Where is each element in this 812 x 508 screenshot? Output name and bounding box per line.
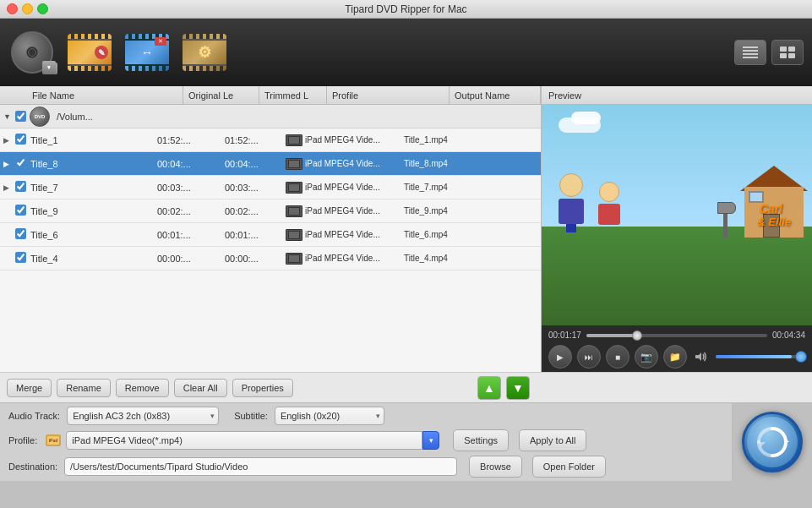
svg-rect-3: [743, 57, 758, 58]
maximize-button[interactable]: [37, 3, 48, 14]
settings-area: Audio Track: English AC3 2ch (0x83) Subt…: [0, 402, 732, 481]
close-button[interactable]: [7, 3, 18, 14]
destination-label: Destination:: [8, 462, 57, 472]
row-checkbox[interactable]: [15, 181, 26, 192]
row-checkbox[interactable]: [15, 228, 26, 239]
cell-profile: iPad MPEG4 Vide...: [305, 230, 398, 239]
preview-title: Preview: [548, 90, 581, 101]
row-checkbox[interactable]: [15, 205, 26, 216]
destination-input[interactable]: [64, 457, 457, 476]
svg-rect-4: [780, 46, 787, 52]
svg-text:iPad: iPad: [49, 438, 58, 443]
cell-trimmed: 01:52:...: [225, 135, 286, 145]
row-expand-icon[interactable]: ▶: [3, 160, 15, 168]
table-row[interactable]: Title_4 00:00:... 00:00:... iPad MPEG4 V…: [0, 247, 541, 270]
film-convert-button[interactable]: ⚙: [181, 29, 228, 76]
volume-thumb[interactable]: [795, 351, 807, 363]
cell-original: 00:01:...: [157, 230, 225, 240]
ellie-text: & Ellie: [757, 216, 791, 228]
clear-all-button[interactable]: Clear All: [174, 379, 227, 397]
root-checkbox[interactable]: [15, 111, 26, 122]
settings-and-convert: Audio Track: English AC3 2ch (0x83) Subt…: [0, 402, 812, 481]
move-up-button[interactable]: ▲: [477, 376, 501, 400]
cell-profile: iPad MPEG4 Vide...: [305, 206, 398, 216]
volume-track[interactable]: [716, 355, 805, 358]
svg-rect-15: [289, 208, 299, 215]
table-row[interactable]: ▶ Title_8 00:04:... 00:04:... iPad MPEG4…: [0, 152, 541, 176]
folder-button[interactable]: 📁: [663, 345, 687, 369]
row-checkbox[interactable]: [15, 157, 26, 168]
row-checkbox-container: [15, 134, 30, 147]
subtitle-select-wrapper: English (0x20): [275, 407, 384, 425]
profile-icon: [286, 182, 302, 194]
film-merge-button[interactable]: ↔ ✕: [123, 29, 171, 76]
ground-background: [542, 227, 812, 325]
subtitle-label: Subtitle:: [234, 411, 268, 421]
cell-filename: Title_7: [30, 183, 157, 193]
properties-button[interactable]: Properties: [232, 379, 293, 397]
table-row[interactable]: ▶ Title_7 00:03:... 00:03:... iPad MPEG4…: [0, 176, 541, 199]
profile-input[interactable]: [66, 431, 422, 450]
convert-button[interactable]: [742, 412, 803, 472]
settings-button[interactable]: Settings: [453, 429, 509, 451]
file-list-body: ▼ DVD /Volum... ▶ Title_1 01:52:... 01:5…: [0, 105, 541, 372]
svg-rect-1: [743, 50, 758, 52]
audio-track-select[interactable]: English AC3 2ch (0x83): [67, 407, 219, 425]
audio-subtitle-row: Audio Track: English AC3 2ch (0x83) Subt…: [8, 407, 723, 425]
play-button[interactable]: ▶: [548, 345, 572, 369]
mailbox-post: [723, 212, 728, 238]
remove-button[interactable]: Remove: [116, 379, 169, 397]
subtitle-select[interactable]: English (0x20): [275, 407, 384, 425]
header-output: Output Name: [450, 86, 541, 104]
row-checkbox[interactable]: [15, 252, 26, 263]
table-row[interactable]: Title_9 00:02:... 00:02:... iPad MPEG4 V…: [0, 199, 541, 223]
minimize-button[interactable]: [22, 3, 33, 14]
progress-track[interactable]: [586, 334, 767, 337]
list-view-button[interactable]: [734, 40, 766, 65]
time-current: 00:01:17: [548, 330, 581, 340]
cell-profile: iPad MPEG4 Vide...: [305, 254, 398, 263]
volume-icon[interactable]: [692, 347, 711, 366]
open-folder-button[interactable]: Open Folder: [532, 456, 606, 478]
progress-thumb[interactable]: [632, 330, 642, 341]
destination-row: Destination: Browse Open Folder: [8, 456, 723, 478]
root-item[interactable]: ▼ DVD /Volum...: [0, 105, 541, 128]
table-row[interactable]: ▶ Title_1 01:52:... 01:52:... iPad MPEG4…: [0, 128, 541, 152]
time-total: 00:04:34: [772, 330, 805, 340]
cell-filename: Title_4: [30, 254, 157, 264]
play-icon: ▶: [557, 352, 564, 362]
screenshot-button[interactable]: 📷: [635, 345, 658, 369]
cell-output: Title_9.mp4: [404, 206, 537, 216]
row-expand-icon[interactable]: ▶: [3, 183, 15, 192]
cell-trimmed: 00:04:...: [225, 159, 286, 169]
film-edit-button[interactable]: ✎: [66, 29, 113, 76]
grid-view-button[interactable]: [771, 40, 804, 65]
cell-output: Title_4.mp4: [404, 254, 537, 263]
profile-dropdown-button[interactable]: ▾: [422, 431, 439, 450]
table-row[interactable]: Title_6 00:01:... 00:01:... iPad MPEG4 V…: [0, 223, 541, 247]
rename-button[interactable]: Rename: [57, 379, 111, 397]
move-down-button[interactable]: ▼: [506, 376, 530, 400]
window-controls[interactable]: [7, 3, 48, 14]
preview-video: Carl & Ellie: [542, 105, 812, 325]
root-expand-triangle[interactable]: ▼: [3, 112, 12, 121]
forward-icon: ⏭: [585, 352, 593, 362]
preview-section: Preview: [542, 86, 812, 372]
dvd-open-button[interactable]: ▾ ▾: [8, 29, 56, 76]
cell-trimmed: 00:01:...: [225, 230, 286, 240]
browse-button[interactable]: Browse: [469, 456, 522, 478]
merge-button[interactable]: Merge: [7, 379, 52, 397]
cloud: [571, 112, 601, 124]
cell-profile: iPad MPEG4 Vide...: [305, 159, 398, 168]
cell-filename: Title_8: [30, 159, 157, 169]
row-checkbox[interactable]: [15, 134, 26, 145]
cell-output: Title_1.mp4: [404, 135, 537, 145]
stop-button[interactable]: ■: [606, 345, 629, 369]
main-area: File Name Original Le Trimmed L Profile …: [0, 86, 812, 372]
row-expand-icon[interactable]: ▶: [3, 136, 15, 145]
forward-button[interactable]: ⏭: [577, 345, 601, 369]
cell-filename: Title_6: [30, 230, 157, 240]
apply-to-all-button[interactable]: Apply to All: [519, 429, 586, 451]
cell-trimmed: 00:00:...: [225, 254, 286, 264]
cell-profile: iPad MPEG4 Vide...: [305, 135, 398, 145]
